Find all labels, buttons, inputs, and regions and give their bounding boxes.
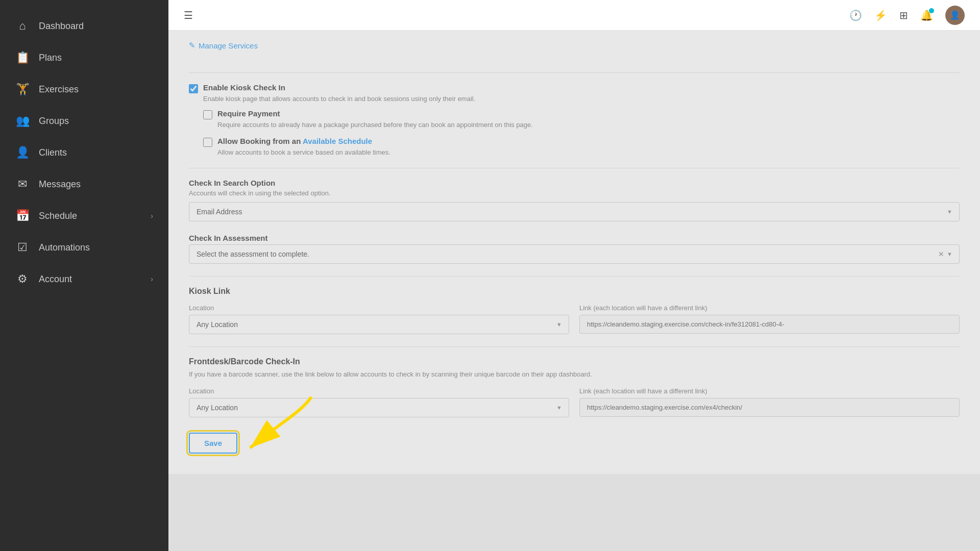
sidebar-item-schedule[interactable]: 📅 Schedule ›	[0, 200, 168, 232]
check-in-assessment-wrapper: Select the assessment to complete. ✕	[189, 244, 960, 264]
sidebar: ⌂ Dashboard 📋 Plans 🏋 Exercises 👥 Groups…	[0, 0, 168, 551]
require-payment-title: Require Payment	[217, 109, 533, 118]
sidebar-item-exercises[interactable]: 🏋 Exercises	[0, 73, 168, 105]
sidebar-item-dashboard[interactable]: ⌂ Dashboard	[0, 10, 168, 42]
frontdesk-location-label: Location	[189, 387, 569, 395]
sidebar-label-dashboard: Dashboard	[39, 21, 84, 32]
frontdesk-link-url-input[interactable]	[579, 398, 960, 417]
require-payment-desc: Require accounts to already have a packa…	[217, 120, 533, 130]
kiosk-location-select-wrapper: Any Location	[189, 315, 569, 334]
sidebar-item-messages[interactable]: ✉ Messages	[0, 168, 168, 200]
sidebar-label-clients: Clients	[39, 147, 67, 158]
groups-icon: 👥	[15, 114, 30, 128]
check-in-assessment-select[interactable]: Select the assessment to complete.	[189, 244, 960, 264]
save-button[interactable]: Save	[189, 433, 237, 454]
content-scroll[interactable]: ✎ Manage Services Enable Kiosk Check In …	[168, 31, 980, 474]
assessment-clear-button[interactable]: ✕	[938, 250, 944, 258]
messages-icon: ✉	[15, 178, 30, 191]
manage-link-icon: ✎	[189, 41, 195, 50]
kiosk-checkin-desc: Enable kiosk page that allows accounts t…	[203, 94, 475, 104]
kiosk-link-title: Kiosk Link	[189, 287, 960, 296]
kiosk-location-label: Location	[189, 304, 569, 312]
frontdesk-location-col: Location Any Location	[189, 387, 569, 417]
sidebar-label-messages: Messages	[39, 179, 81, 190]
sidebar-item-account[interactable]: ⚙ Account ›	[0, 263, 168, 295]
manage-link-text: Manage Services	[199, 41, 258, 50]
check-in-assessment-group: Check In Assessment Select the assessmen…	[189, 234, 960, 264]
sidebar-item-plans[interactable]: 📋 Plans	[0, 42, 168, 73]
sidebar-item-clients[interactable]: 👤 Clients	[0, 137, 168, 168]
check-in-search-label: Check In Search Option	[189, 179, 960, 187]
check-in-search-select-wrapper: Email Address Phone Number Member ID	[189, 202, 960, 221]
schedule-icon: 📅	[15, 209, 30, 222]
exercises-icon: 🏋	[15, 83, 30, 96]
require-payment-checkbox[interactable]	[203, 110, 212, 119]
frontdesk-title: Frontdesk/Barcode Check-In	[189, 357, 960, 366]
content-wrapper: ✎ Manage Services Enable Kiosk Check In …	[168, 31, 980, 551]
kiosk-checkin-title: Enable Kiosk Check In	[203, 83, 475, 92]
schedule-arrow-icon: ›	[151, 212, 153, 220]
manage-services-link[interactable]: ✎ Manage Services	[189, 41, 258, 50]
sidebar-label-exercises: Exercises	[39, 84, 79, 95]
kiosk-link-url-col: Link (each location will have a differen…	[579, 304, 960, 334]
kiosk-checkin-row: Enable Kiosk Check In Enable kiosk page …	[189, 83, 960, 104]
frontdesk-columns: Location Any Location Link (each locatio…	[189, 387, 960, 417]
kiosk-link-url-input[interactable]	[579, 315, 960, 334]
hamburger-menu-icon[interactable]: ☰	[184, 9, 193, 21]
content-inner: ✎ Manage Services Enable Kiosk Check In …	[168, 31, 980, 474]
automations-icon: ☑	[15, 241, 30, 254]
check-in-search-select[interactable]: Email Address Phone Number Member ID	[189, 202, 960, 221]
notification-bell[interactable]: 🔔	[920, 9, 933, 21]
clients-icon: 👤	[15, 146, 30, 159]
kiosk-link-columns: Location Any Location Link (each locatio…	[189, 304, 960, 334]
frontdesk-location-select[interactable]: Any Location	[189, 398, 569, 417]
lightning-icon[interactable]: ⚡	[874, 9, 887, 21]
account-icon: ⚙	[15, 272, 30, 286]
main-area: ☰ 🕐 ⚡ ⊞ 🔔 👤 ✎ Manage Services	[168, 0, 980, 551]
plans-icon: 📋	[15, 51, 30, 64]
check-in-assessment-label: Check In Assessment	[189, 234, 960, 242]
kiosk-location-select[interactable]: Any Location	[189, 315, 569, 334]
sidebar-item-groups[interactable]: 👥 Groups	[0, 105, 168, 137]
account-arrow-icon: ›	[151, 275, 153, 283]
clock-icon[interactable]: 🕐	[849, 9, 862, 21]
user-avatar[interactable]: 👤	[945, 6, 965, 25]
frontdesk-section: Frontdesk/Barcode Check-In If you have a…	[189, 357, 960, 418]
available-schedule-link[interactable]: Available Schedule	[303, 137, 372, 145]
kiosk-checkin-checkbox[interactable]	[189, 84, 198, 93]
frontdesk-link-url-col: Link (each location will have a differen…	[579, 387, 960, 417]
header: ☰ 🕐 ⚡ ⊞ 🔔 👤	[168, 0, 980, 31]
kiosk-link-url-label: Link (each location will have a differen…	[579, 304, 960, 312]
sidebar-label-schedule: Schedule	[39, 211, 77, 221]
allow-booking-checkbox[interactable]	[203, 138, 212, 147]
check-in-search-desc: Accounts will check in using the selecte…	[189, 189, 960, 197]
kiosk-link-location-col: Location Any Location	[189, 304, 569, 334]
sidebar-item-automations[interactable]: ☑ Automations	[0, 232, 168, 263]
allow-booking-row: Allow Booking from an Available Schedule…	[203, 137, 960, 158]
kiosk-link-section: Kiosk Link Location Any Location Link (e	[189, 287, 960, 334]
frontdesk-desc: If you have a barcode scanner, use the l…	[189, 369, 960, 380]
notification-dot	[929, 8, 934, 13]
home-icon: ⌂	[15, 19, 30, 33]
check-in-search-group: Check In Search Option Accounts will che…	[189, 179, 960, 221]
save-button-area: Save	[189, 433, 237, 454]
require-payment-row: Require Payment Require accounts to alre…	[203, 109, 960, 130]
sidebar-label-groups: Groups	[39, 116, 69, 127]
allow-booking-desc: Allow accounts to book a service based o…	[217, 147, 390, 158]
frontdesk-location-select-wrapper: Any Location	[189, 398, 569, 417]
frontdesk-link-url-label: Link (each location will have a differen…	[579, 387, 960, 395]
sidebar-label-plans: Plans	[39, 53, 62, 63]
grid-icon[interactable]: ⊞	[899, 9, 908, 21]
sidebar-label-automations: Automations	[39, 242, 90, 253]
sidebar-label-account: Account	[39, 274, 72, 285]
allow-booking-title: Allow Booking from an Available Schedule	[217, 137, 390, 145]
